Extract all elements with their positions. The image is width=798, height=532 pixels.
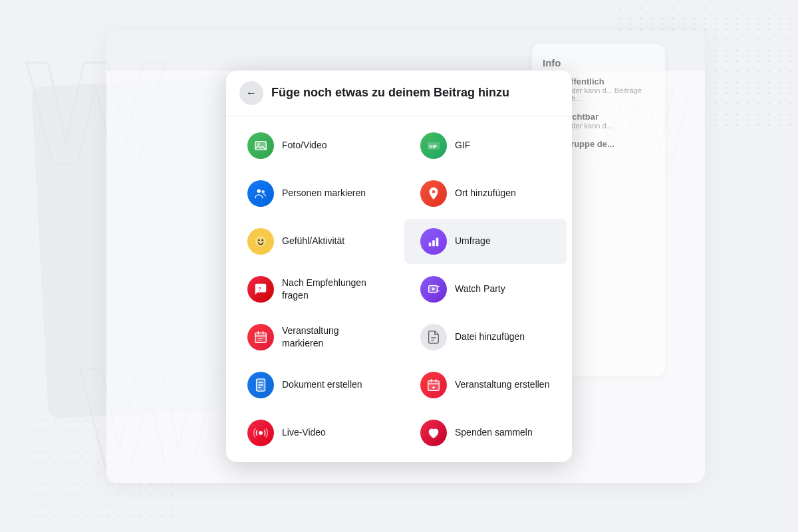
svg-point-13 [258,239,260,241]
live-video-icon [247,420,274,446]
menu-item-veranstaltung2[interactable]: Veranstaltung erstellen [404,362,567,408]
svg-text:GIF: GIF [429,143,438,149]
calendar-mark-icon [247,324,274,350]
svg-point-14 [261,239,263,241]
menu-item-empfehlungen[interactable]: ? Nach Empfehlungen fragen [231,267,394,312]
svg-rect-36 [428,380,440,390]
watch-party-label: Watch Party [455,283,505,295]
back-button[interactable]: ← [239,81,263,105]
menu-grid: Foto/Video GIF GIF Pe [226,122,572,457]
veranstaltung2-label: Veranstaltung erstellen [455,378,549,390]
dokument-label: Dokument erstellen [282,378,362,390]
menu-item-ort[interactable]: Ort hinzufügen [404,171,567,216]
modal-title: Füge noch etwas zu deinem Beitrag hinzu [271,86,509,100]
info-public-label: Öffentlich [564,76,654,86]
gefuehl-label: Gefühl/Aktivität [282,235,344,247]
tag-people-icon [247,180,274,207]
menu-item-veranstaltung[interactable]: Veranstaltung markieren [231,315,394,360]
menu-item-dokument[interactable]: Dokument erstellen [231,362,394,408]
spenden-label: Spenden sammeln [455,426,533,438]
recommend-icon: ? [247,276,274,303]
menu-item-gif[interactable]: GIF GIF [404,123,567,168]
foto-video-label: Foto/Video [282,139,327,151]
menu-item-gefuehl[interactable]: Gefühl/Aktivität [231,219,394,264]
watch-party-icon [420,276,447,303]
emoji-icon [247,228,274,255]
modal-dialog: ← Füge noch etwas zu deinem Beitrag hinz… [226,70,572,462]
svg-point-44 [259,431,263,435]
svg-point-6 [257,143,259,145]
svg-rect-15 [429,242,432,246]
menu-item-spenden[interactable]: Spenden sammeln [404,410,567,456]
info-public-sub: Jeder kann d... Beiträge seh... [564,86,654,102]
menu-item-umfrage[interactable]: Umfrage [404,219,567,264]
info-panel-title: Info [543,57,654,68]
create-event-icon [420,372,447,398]
menu-item-foto-video[interactable]: Foto/Video [231,123,394,168]
svg-text:?: ? [258,285,261,291]
svg-point-10 [261,190,265,193]
svg-point-9 [257,189,261,193]
ort-label: Ort hinzufügen [455,187,516,199]
svg-point-12 [255,235,267,247]
modal-body: Foto/Video GIF GIF Pe [226,116,572,462]
datei-label: Datei hinzufügen [455,331,525,342]
modal-header: ← Füge noch etwas zu deinem Beitrag hinz… [226,70,572,116]
donate-icon [420,420,447,446]
photo-icon [247,132,274,159]
gif-label: GIF [455,139,470,151]
svg-rect-16 [432,240,435,246]
file-icon [420,324,447,350]
menu-item-datei[interactable]: Datei hinzufügen [404,315,567,360]
svg-rect-17 [436,237,439,246]
svg-rect-22 [255,332,267,342]
gif-icon: GIF [420,132,447,159]
live-label: Live-Video [282,426,326,438]
menu-item-watch[interactable]: Watch Party [404,267,567,312]
poll-icon [420,228,447,255]
empfehlungen-label: Nach Empfehlungen fragen [282,277,378,301]
menu-item-personen[interactable]: Personen markieren [231,171,394,216]
umfrage-label: Umfrage [455,235,491,247]
menu-item-live[interactable]: Live-Video [231,410,394,456]
veranstaltung-label: Veranstaltung markieren [282,325,378,348]
location-icon [420,180,447,207]
personen-label: Personen markieren [282,187,366,199]
document-icon [247,372,274,398]
svg-point-11 [432,190,436,193]
